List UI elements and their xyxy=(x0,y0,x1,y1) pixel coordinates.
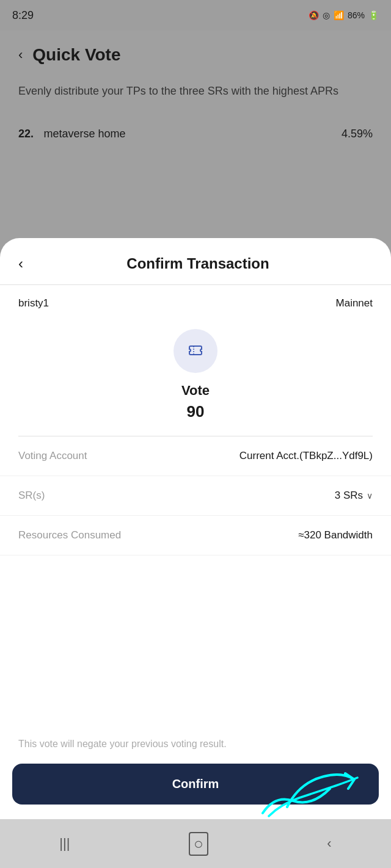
signal-icon: 📶 xyxy=(334,10,344,20)
detail-row-srs[interactable]: SR(s) 3 SRs ∨ xyxy=(0,476,391,516)
modal-title: Confirm Transaction xyxy=(23,255,373,272)
bg-list-percentage: 4.59% xyxy=(342,128,373,140)
bg-description: Evenly distribute your TPs to the three … xyxy=(18,83,373,99)
nav-menu-icon[interactable]: ||| xyxy=(59,836,70,852)
vote-icon-circle xyxy=(174,329,217,373)
bg-list-name: metaverse home xyxy=(43,128,125,140)
bg-list-number: 22. xyxy=(18,128,34,140)
bg-header: ‹ Quick Vote xyxy=(18,45,373,65)
navigation-bar: ||| ○ ‹ xyxy=(0,819,391,868)
battery-icon: 🔋 xyxy=(368,10,379,20)
bg-page-title: Quick Vote xyxy=(32,45,120,65)
bg-list-truncated xyxy=(18,150,373,168)
status-time: 8:29 xyxy=(12,9,34,22)
vote-icon-container xyxy=(0,329,391,373)
warning-text: This vote will negate your previous voti… xyxy=(0,727,391,759)
resources-label: Resources Consumed xyxy=(18,529,121,541)
voting-account-label: Voting Account xyxy=(18,450,87,462)
vote-label: Vote xyxy=(0,383,391,399)
confirm-transaction-modal: ‹ Confirm Transaction bristy1 Mainnet Vo… xyxy=(0,238,391,868)
detail-row-voting-account: Voting Account Current Acct.(TBkpZ...Ydf… xyxy=(0,436,391,476)
chevron-down-icon: ∨ xyxy=(367,491,373,501)
status-bar: 8:29 🔕 ◎ 📶 86% 🔋 xyxy=(0,0,391,31)
status-icons: 🔕 ◎ 📶 86% 🔋 xyxy=(309,10,379,20)
resources-value: ≈320 Bandwidth xyxy=(298,529,373,541)
confirm-button[interactable]: Confirm xyxy=(12,764,379,805)
ticket-icon xyxy=(185,340,206,362)
account-name: bristy1 xyxy=(18,297,49,309)
bg-back-button[interactable]: ‹ xyxy=(18,47,23,63)
srs-label: SR(s) xyxy=(18,490,45,502)
hotspot-icon: ◎ xyxy=(323,10,330,20)
nav-back-icon[interactable]: ‹ xyxy=(327,836,331,852)
vote-amount: 90 xyxy=(0,402,391,421)
modal-back-button[interactable]: ‹ xyxy=(18,255,23,272)
nav-home-icon[interactable]: ○ xyxy=(189,832,208,856)
account-row: bristy1 Mainnet xyxy=(0,285,391,317)
spacer xyxy=(0,555,391,727)
detail-row-resources: Resources Consumed ≈320 Bandwidth xyxy=(0,516,391,555)
srs-value: 3 SRs ∨ xyxy=(335,490,373,502)
battery-text: 86% xyxy=(348,10,365,20)
mute-icon: 🔕 xyxy=(309,10,319,20)
modal-header: ‹ Confirm Transaction xyxy=(0,238,391,284)
network-label: Mainnet xyxy=(336,297,373,309)
voting-account-value: Current Acct.(TBkpZ...Ydf9L) xyxy=(239,450,373,462)
bg-list-item: 22. metaverse home 4.59% xyxy=(18,118,373,150)
